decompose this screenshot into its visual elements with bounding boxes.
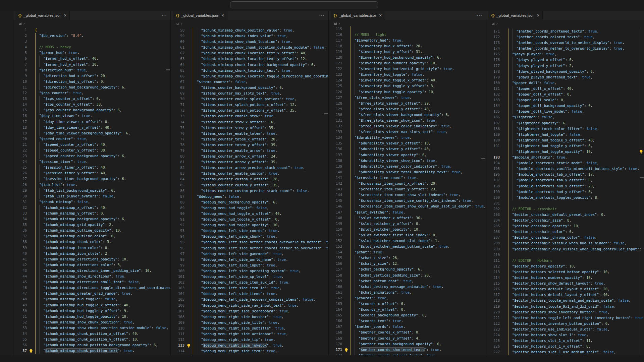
code-line[interactable]: 109 "$debug_menu_right_side_title": true… — [171, 320, 328, 325]
code-line[interactable]: 64 "$chunk_minimap_chunk_location_backgr… — [171, 62, 328, 68]
code-line[interactable]: 214 "$editor_hotbars_numbers_opacity": 1… — [486, 275, 644, 281]
code-line[interactable]: 211 // EDITOR - Hotbars — [486, 258, 644, 263]
code-line[interactable]: 91 "$debug_menu_hud_toggle_y_offset": 0, — [171, 217, 328, 222]
code-area[interactable]: 115116 // MODS - light117 "$inventory_hu… — [329, 27, 486, 355]
breadcrumb[interactable]: ui› — [329, 20, 486, 27]
code-line[interactable]: 124 "$inventory_hud_toggle_x_offset": 40… — [329, 77, 486, 83]
code-line[interactable]: 162 "$coords": true, — [329, 295, 486, 301]
code-line[interactable]: 86 "$items_counter_custom_precise_stack_… — [171, 188, 328, 194]
code-line[interactable]: 132 "$free_slots_viewer_color_indicators… — [329, 123, 486, 129]
code-line[interactable]: 136 "$durability_viewer_y_offset": 40, — [329, 146, 486, 152]
code-line[interactable]: 216 "$editor_hotbars_default_layout_x_of… — [486, 286, 644, 292]
code-line[interactable]: 108 "$debug_menu_right_side_bossbar": tr… — [171, 314, 328, 320]
code-line[interactable]: 107 "$debug_menu_right_side_scoreboard":… — [171, 308, 328, 314]
code-line[interactable]: 226 "$editor_hotbars_slot_1_y_offset": 8… — [486, 344, 644, 349]
code-line[interactable]: 44 "$chunk_minimap_show_directions": tru… — [13, 274, 170, 279]
code-line[interactable]: 60 "$chunk_minimap_show_chunk_location":… — [171, 39, 328, 45]
code-line[interactable]: 223 "$editor_hotbars_use_individual_slot… — [486, 326, 644, 332]
command-center[interactable] — [230, 1, 378, 8]
code-line[interactable]: 2 "$bb_version": "8.0", — [13, 33, 170, 39]
code-line[interactable]: 74 "$items_counter_stew_x_offset": 16, — [171, 119, 328, 125]
code-line[interactable]: 13 "$cps_counter_x_offset": 0, — [13, 96, 170, 102]
code-line[interactable]: 122 "$inventory_hud_horizontal_grid_styl… — [329, 66, 486, 72]
code-line[interactable]: 89 "$debug_menu_hud_toggle": false, — [171, 205, 328, 211]
code-line[interactable]: "$lightener_hud_toggle_opacity": 10, — [486, 149, 644, 155]
code-line[interactable]: 50 "$chunk_minimap_hud_toggle_y_offset":… — [13, 308, 170, 314]
code-line[interactable]: 98 "$debug_menu_left_side_world_name": t… — [171, 257, 328, 262]
breadcrumb-item-ui[interactable]: ui — [334, 21, 337, 25]
code-line[interactable]: 57 "$chunk_minimap_chunk_position_text":… — [13, 348, 170, 354]
code-line[interactable]: 72 "$items_counter_splash_potions_y_offs… — [171, 108, 328, 113]
code-line[interactable]: 157 "$chat_background_opacity": 6, — [329, 266, 486, 272]
code-line[interactable]: 150 "$slot_switcher_opacity": 10, — [329, 227, 486, 232]
code-line[interactable]: 110 "$debug_menu_right_side_subtitle": t… — [171, 325, 328, 331]
code-line[interactable]: 102 "$debug_menu_left_side_item_aux_id":… — [171, 280, 328, 285]
code-line[interactable]: 49 "$chunk_minimap_hud_toggle_x_offset":… — [13, 302, 170, 308]
code-line[interactable]: 92 "$debug_menu_hud_toggle_opacity": 10, — [171, 222, 328, 228]
code-line[interactable]: 69 "$items_counter_max_slots_text": true… — [171, 90, 328, 96]
code-line[interactable]: 160 "$chat_destroy_message_animation": t… — [329, 284, 486, 290]
code-line[interactable]: 183 "$paper_doll_scale": 0, — [486, 97, 644, 103]
code-line[interactable]: 99 "$debug_menu_left_side_input": true, — [171, 262, 328, 268]
code-line[interactable]: 105 "$debug_menu_left_side_recovery_comp… — [171, 297, 328, 302]
code-line[interactable]: 161 "$chat_animations": true, — [329, 290, 486, 295]
code-line[interactable]: 112 "$debug_menu_right_side_tip": true, — [171, 337, 328, 343]
code-line[interactable]: 131 "$free_slots_viewer_show_icon": true… — [329, 118, 486, 123]
tab-global-variables-json[interactable]: {}_global_variables.json✕ — [173, 11, 227, 20]
tab-close-icon[interactable]: ✕ — [64, 13, 67, 18]
code-line[interactable]: 167 "$nether_coords": false, — [329, 324, 486, 329]
code-line[interactable]: 114 "$debug_menu_right_side_item": true, — [171, 348, 328, 354]
code-line[interactable]: 123 "$inventory_hud_toggle": false, — [329, 72, 486, 77]
code-line[interactable]: 116 // MODS - light — [329, 32, 486, 38]
lightbulb-icon[interactable] — [186, 343, 191, 348]
code-line[interactable]: 194 "$mobile_shortcuts_static_mode": fal… — [486, 160, 644, 166]
code-line[interactable]: 146 "$crosshair_item_count_show_count_wh… — [329, 203, 486, 209]
code-line[interactable]: 168 "$nether_coords_x_offset": 0, — [329, 329, 486, 335]
code-line[interactable]: 198 "$mobile_shortcuts_hud_x_offset": 23… — [486, 183, 644, 189]
code-line[interactable]: 75 "$items_counter_stew_y_offset": 35, — [171, 125, 328, 131]
code-line[interactable]: 205 "$editor_crosshair_opacity": 10, — [486, 223, 644, 229]
breadcrumb-item-ui[interactable]: ui — [492, 21, 495, 25]
code-line[interactable]: 36 "$chunk_minimap_outline_opacity": 10, — [13, 228, 170, 233]
scrollbar-track[interactable] — [640, 27, 640, 355]
code-line[interactable]: 125 "$inventory_hud_toggle_y_offset": 3, — [329, 83, 486, 89]
code-line[interactable]: 204 "$editor_crosshair_size": 8, — [486, 218, 644, 223]
code-line[interactable]: 6 "$armor_hud_x_offset": 40, — [13, 56, 170, 61]
code-line[interactable]: 206 "$editor_crosshair_color": 0, — [486, 229, 644, 235]
code-line[interactable]: 128 "$free_slots_viewer_x_offset": 29, — [329, 101, 486, 106]
code-line[interactable]: 1{ — [13, 27, 170, 33]
code-line[interactable]: 151 "$slot_switcher_first_slot_index": 0… — [329, 232, 486, 238]
code-line[interactable]: 25 "$session_timer_x_offset": 40, — [13, 165, 170, 170]
code-line[interactable]: 61 "$chunk_minimap_show_chunk_location_o… — [171, 45, 328, 50]
code-line[interactable]: 97 "$debug_menu_left_side_gamemode": tru… — [171, 251, 328, 257]
code-line[interactable]: 9 "$direction_hud_x_offset": 20, — [13, 73, 170, 79]
code-line[interactable]: 142 "$crosshair_item_count_x_offset": 20… — [329, 181, 486, 186]
breadcrumb[interactable]: ui› — [486, 20, 644, 27]
editor-actions-more-icon[interactable]: ··· — [319, 11, 325, 20]
code-line[interactable]: 179 "$days_played_shortened_text": true, — [486, 74, 644, 80]
lightbulb-icon[interactable] — [29, 349, 33, 353]
code-line[interactable]: 7 "$armor_hud_y_offset": 30, — [13, 62, 170, 67]
code-line[interactable]: 96 "$debug_menu_left_side_nether_coords_… — [171, 245, 328, 251]
code-line[interactable]: 225 "$editor_hotbars_slot_1_x_offset": 1… — [486, 338, 644, 344]
code-line[interactable]: 213 "$editor_hotbars_selected_hotbar_opa… — [486, 269, 644, 275]
code-line[interactable]: 158 "$chat_vertical_padding_size": 20, — [329, 273, 486, 278]
code-line[interactable]: 22 "$speed_counter_y_offset": 38, — [13, 147, 170, 153]
code-line[interactable]: 171 "$nether_coords_shortened_texts": tr… — [486, 28, 644, 34]
code-line[interactable]: 120 "$inventory_hud_background_opacity":… — [329, 55, 486, 60]
code-line[interactable]: 137 "$durability_viewer_opacity": 6, — [329, 152, 486, 158]
code-line[interactable]: 221 "$editor_hotbars_toggle_left_and_rig… — [486, 315, 644, 321]
code-line[interactable]: 163 "$coords_x_offset": 0, — [329, 301, 486, 307]
code-line[interactable]: 193 "$mobile_shortcuts": true, — [486, 155, 644, 160]
code-line[interactable]: 16 "$day_time_viewer": true, — [13, 113, 170, 119]
code-line[interactable]: 218 "$editor_hotbars_toggle_normal_and_m… — [486, 298, 644, 303]
code-line[interactable]: 145 "$crosshair_item_count_use_config_sl… — [329, 198, 486, 203]
code-line[interactable]: 173 "$nether_coords_overworld_to_nether_… — [486, 40, 644, 46]
code-line[interactable]: 139 "$durability_viewer_color_indicators… — [329, 164, 486, 169]
code-line[interactable]: 52 "$chunk_minimap_show_chunk_position":… — [13, 319, 170, 325]
code-area[interactable]: 1{2 "$bb_version": "8.0",34 // MODS - he… — [13, 27, 170, 355]
breadcrumb-item-ui[interactable]: ui — [176, 21, 179, 25]
code-line[interactable]: 118 "$inventory_hud_x_offset": 20, — [329, 43, 486, 49]
code-line[interactable]: 186 "$lightener": false, — [486, 114, 644, 120]
code-line[interactable]: 174 "$nether_coords_nether_to_overworld_… — [486, 46, 644, 51]
